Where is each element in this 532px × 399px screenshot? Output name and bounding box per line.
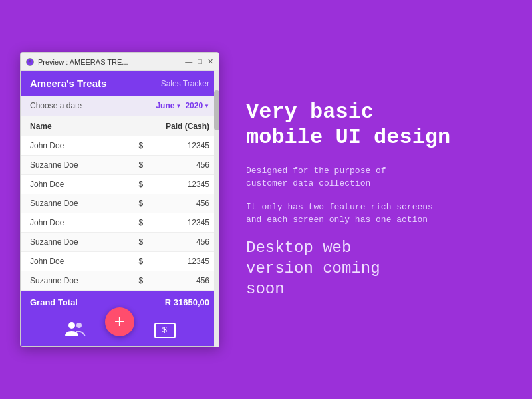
cell-amount: 456 <box>152 233 219 252</box>
money-icon-label: $ <box>162 325 168 335</box>
table-row: John Doe $ 12345 <box>21 136 219 156</box>
cell-amount: 456 <box>152 156 219 175</box>
app-header: Ameera's Treats Sales Tracker <box>21 71 219 96</box>
app-subtitle: Sales Tracker <box>161 79 209 88</box>
cell-name: John Doe <box>21 136 130 156</box>
table-row: Suzanne Doe $ 456 <box>21 233 219 252</box>
cell-name: Suzanne Doe <box>21 233 130 252</box>
table-body: John Doe $ 12345 Suzanne Doe $ 456 John … <box>21 136 219 291</box>
table-row: Suzanne Doe $ 456 <box>21 156 219 175</box>
date-selector: Choose a date June ▼ 2020 ▼ <box>21 96 219 116</box>
table-row: John Doe $ 12345 <box>21 175 219 194</box>
data-table: Name Paid (Cash) John Doe $ 12345 Suzann… <box>21 116 219 291</box>
svg-point-0 <box>68 322 75 329</box>
headline: Very basic mobile UI design <box>246 100 512 151</box>
scrollbar-track[interactable] <box>214 70 219 347</box>
coming-soon-text: Desktop web version coming soon <box>246 237 512 300</box>
month-arrow-icon: ▼ <box>176 103 181 109</box>
col-paid-header: Paid (Cash) <box>130 116 219 136</box>
fab-add-button[interactable]: + <box>105 307 134 336</box>
cell-amount: 12345 <box>152 213 219 233</box>
cell-amount: 456 <box>152 194 219 213</box>
cell-dollar: $ <box>130 252 153 271</box>
table-row: John Doe $ 12345 <box>21 252 219 271</box>
cell-amount: 12345 <box>152 136 219 156</box>
window-frame: ⊙ Preview : AMEERAS TRE... — □ ✕ Ameera'… <box>20 52 219 347</box>
table-row: Suzanne Doe $ 456 <box>21 271 219 291</box>
table-row: John Doe $ 12345 <box>21 213 219 233</box>
money-nav-icon[interactable]: $ <box>154 323 176 338</box>
title-bar-left: ⊙ Preview : AMEERAS TRE... <box>26 58 128 66</box>
title-bar-controls: — □ ✕ <box>185 58 213 65</box>
cell-name: Suzanne Doe <box>21 194 130 213</box>
cell-name: John Doe <box>21 175 130 194</box>
cell-dollar: $ <box>130 213 153 233</box>
cell-dollar: $ <box>130 136 153 156</box>
title-bar: ⊙ Preview : AMEERAS TRE... — □ ✕ <box>21 53 219 71</box>
month-dropdown[interactable]: June ▼ <box>156 101 181 110</box>
svg-point-1 <box>76 323 82 328</box>
window-container: ⊙ Preview : AMEERAS TRE... — □ ✕ Ameera'… <box>20 52 219 347</box>
cell-dollar: $ <box>130 194 153 213</box>
app-title: Ameera's Treats <box>30 78 106 89</box>
desc2: It only has two feature rich screens and… <box>246 201 512 227</box>
col-name-header: Name <box>21 116 130 136</box>
year-value: 2020 <box>185 101 203 110</box>
grand-total-label: Grand Total <box>30 297 78 307</box>
window-icon: ⊙ <box>26 58 34 66</box>
close-button[interactable]: ✕ <box>207 58 213 65</box>
cell-dollar: $ <box>130 271 153 291</box>
cell-name: John Doe <box>21 252 130 271</box>
cell-name: Suzanne Doe <box>21 271 130 291</box>
minimize-button[interactable]: — <box>185 58 192 65</box>
bottom-nav: + $ <box>21 314 219 346</box>
maximize-button[interactable]: □ <box>198 58 202 65</box>
desc1: Designed for the purpose of customer dat… <box>246 164 512 190</box>
cell-amount: 12345 <box>152 175 219 194</box>
cell-amount: 12345 <box>152 252 219 271</box>
date-label: Choose a date <box>30 101 82 110</box>
scrollbar-thumb[interactable] <box>214 90 219 130</box>
headline-text: Very basic mobile UI design <box>246 100 450 150</box>
people-nav-icon[interactable] <box>65 319 86 341</box>
year-dropdown[interactable]: 2020 ▼ <box>185 101 209 110</box>
table-row: Suzanne Doe $ 456 <box>21 194 219 213</box>
cell-amount: 456 <box>152 271 219 291</box>
date-dropdowns: June ▼ 2020 ▼ <box>156 101 209 110</box>
cell-dollar: $ <box>130 233 153 252</box>
table-header: Name Paid (Cash) <box>21 116 219 136</box>
cell-dollar: $ <box>130 175 153 194</box>
window-title: Preview : AMEERAS TRE... <box>38 58 128 66</box>
month-value: June <box>156 101 174 110</box>
cell-dollar: $ <box>130 156 153 175</box>
left-panel: ⊙ Preview : AMEERAS TRE... — □ ✕ Ameera'… <box>0 0 239 399</box>
year-arrow-icon: ▼ <box>204 103 209 109</box>
cell-name: John Doe <box>21 213 130 233</box>
right-panel: Very basic mobile UI design Designed for… <box>239 0 532 399</box>
cell-name: Suzanne Doe <box>21 156 130 175</box>
grand-total-amount: R 31650,00 <box>165 297 209 307</box>
